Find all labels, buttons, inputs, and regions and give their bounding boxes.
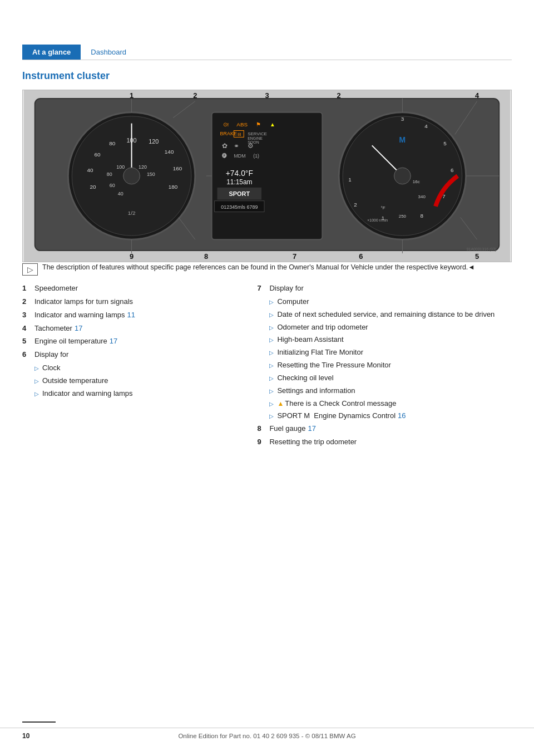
- sub-item-text: Computer: [277, 297, 309, 307]
- svg-text:1/2: 1/2: [128, 210, 136, 216]
- list-item: 2 Indicator lamps for turn signals: [22, 297, 246, 307]
- svg-text:4: 4: [475, 91, 479, 100]
- svg-text:2: 2: [354, 202, 357, 208]
- svg-text:340: 340: [418, 194, 426, 199]
- sub-item: ▷ Checking oil level: [269, 373, 512, 384]
- list-item: 8 Fuel gauge 17: [257, 424, 512, 434]
- svg-text:+74.0°F: +74.0°F: [226, 169, 253, 178]
- warning-triangle-icon: ▲: [277, 399, 284, 409]
- svg-text:1: 1: [130, 91, 134, 100]
- svg-text:60: 60: [94, 151, 101, 158]
- svg-text:🅟: 🅟: [222, 153, 227, 159]
- sub-item: ▷ High-beam Assistant: [269, 335, 512, 345]
- svg-text:91A0031316 (03): 91A0031316 (03): [467, 247, 497, 252]
- item-label: Indicator and warning lamps: [34, 310, 125, 321]
- bullet-icon: ▷: [34, 390, 39, 399]
- item-number: 3: [22, 310, 34, 321]
- svg-text:ENGINE: ENGINE: [248, 136, 263, 140]
- svg-text:9: 9: [130, 252, 134, 261]
- sub-item: ▷ Indicator and warning lamps: [34, 389, 246, 399]
- item-number: 5: [22, 336, 34, 347]
- svg-text:140: 140: [165, 149, 174, 155]
- svg-text:2: 2: [193, 91, 197, 100]
- sub-item: ▷ Outside temperature: [34, 376, 246, 386]
- svg-text:150: 150: [147, 171, 155, 177]
- svg-text:SPORT: SPORT: [229, 190, 250, 197]
- bullet-icon: ▷: [34, 377, 39, 386]
- item-label: Tachometer: [34, 323, 72, 334]
- bullet-icon: ▷: [269, 311, 274, 320]
- svg-text:160: 160: [173, 165, 182, 171]
- bullet-icon: ▷: [269, 349, 274, 357]
- svg-text:120: 120: [139, 164, 147, 170]
- bullet-icon: ▷: [269, 375, 274, 383]
- sub-item-text: Initializing Flat Tire Monitor: [277, 347, 363, 358]
- page-number: 10: [22, 732, 29, 740]
- svg-text:⚙: ⚙: [248, 142, 254, 150]
- svg-text:11:15am: 11:15am: [226, 178, 252, 186]
- svg-text:6: 6: [451, 167, 454, 173]
- bullet-icon: ▷: [269, 336, 274, 345]
- list-item: 7 Display for: [257, 283, 512, 294]
- item-label: Speedometer: [34, 283, 78, 294]
- svg-text:100: 100: [116, 164, 125, 170]
- svg-text:M: M: [399, 135, 406, 144]
- sub-item: ▷ Computer: [269, 297, 512, 307]
- sub-list: ▷ Clock ▷ Outside temperature ▷ Indicato…: [34, 363, 246, 399]
- sub-item: ▷ Resetting the Tire Pressure Monitor: [269, 360, 512, 371]
- tab-at-a-glance[interactable]: At a glance: [22, 45, 81, 60]
- list-item: 3 Indicator and warning lamps 11: [22, 310, 246, 321]
- item-number: 1: [22, 283, 34, 294]
- bullet-icon: ▷: [269, 400, 274, 409]
- sub-item-text: Outside temperature: [42, 376, 108, 386]
- sub-item-text: Clock: [42, 363, 61, 374]
- page-ref: 17: [75, 323, 82, 334]
- item-number: 4: [22, 323, 34, 334]
- svg-text:3: 3: [401, 116, 404, 122]
- svg-text:16c: 16c: [413, 179, 420, 184]
- sub-item-text: Indicator and warning lamps: [42, 389, 133, 399]
- svg-text:250: 250: [399, 214, 407, 219]
- note-text: The description of features without spec…: [42, 262, 475, 273]
- note-box: ▷ The description of features without sp…: [22, 262, 512, 276]
- svg-text:1: 1: [348, 176, 352, 183]
- item-number: 7: [257, 283, 269, 294]
- svg-text:MDM: MDM: [234, 153, 245, 159]
- svg-text:⚑: ⚑: [256, 121, 261, 127]
- sub-item-text: Settings and information: [277, 386, 355, 396]
- item-label: Resetting the trip odometer: [269, 437, 357, 448]
- svg-text:3: 3: [265, 91, 269, 100]
- item-label: Display for: [34, 350, 68, 360]
- footer: 10 Online Edition for Part no. 01 40 2 6…: [0, 728, 534, 739]
- svg-text:40: 40: [87, 167, 94, 173]
- sub-list: ▷ Computer ▷ Date of next scheduled serv…: [269, 297, 512, 421]
- svg-text:60: 60: [110, 183, 115, 188]
- bullet-icon: ▷: [269, 362, 274, 370]
- right-column: 7 Display for ▷ Computer ▷ Date of next …: [257, 283, 512, 450]
- svg-text:80: 80: [109, 140, 116, 146]
- item-number: 2: [22, 297, 34, 307]
- sub-item-check-control: ▷ ▲ There is a Check Control message: [269, 399, 512, 409]
- page-ref: 16: [398, 411, 406, 421]
- list-item: 9 Resetting the trip odometer: [257, 437, 512, 448]
- svg-text:✿: ✿: [222, 142, 228, 150]
- svg-text:120: 120: [149, 138, 159, 145]
- tab-dashboard[interactable]: Dashboard: [81, 45, 136, 60]
- page-ref: 17: [110, 336, 117, 347]
- header-bar: At a glance Dashboard: [22, 45, 512, 60]
- bullet-icon: ▷: [269, 387, 274, 396]
- bullet-icon: ▷: [34, 365, 39, 373]
- svg-text:⊙!: ⊙!: [223, 121, 229, 127]
- sub-item: ▷ Settings and information: [269, 386, 512, 396]
- svg-text:8: 8: [420, 213, 423, 219]
- page-ref: 17: [308, 424, 315, 434]
- svg-text:BRAKE: BRAKE: [220, 131, 237, 136]
- note-icon: ▷: [22, 263, 38, 276]
- sub-item: ▷ Date of next scheduled service, and re…: [269, 310, 512, 320]
- sub-item-text: Resetting the Tire Pressure Monitor: [277, 360, 390, 371]
- sub-item: ▷ Initializing Flat Tire Monitor: [269, 347, 512, 358]
- svg-text:°F: °F: [381, 205, 385, 210]
- svg-point-64: [394, 168, 411, 184]
- sub-item: ▷ Clock: [34, 363, 246, 374]
- sub-item: ▷ SPORT M Engine Dynamics Control 16: [269, 411, 512, 421]
